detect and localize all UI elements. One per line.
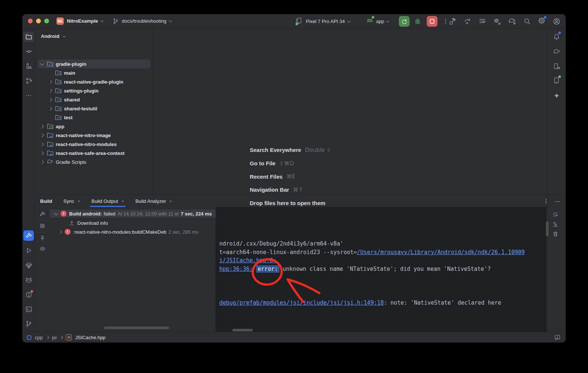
tree-item-app[interactable]: app — [35, 122, 153, 131]
version-control-tool-button[interactable] — [23, 318, 34, 329]
console-file-link[interactable]: i/JSICache.hpp:8: — [219, 257, 277, 264]
app-quality-insights-button[interactable] — [23, 260, 34, 270]
tree-item-shared[interactable]: shared — [35, 95, 153, 104]
build-root-row[interactable]: ! Build android: failed At 14.10.24, 12:… — [49, 210, 216, 218]
restart-build-button[interactable] — [38, 209, 47, 219]
chevron-down-icon[interactable] — [168, 19, 172, 22]
failed-task-row[interactable]: ! :react-native-nitro-modules:buildCMake… — [49, 228, 216, 236]
tab-sync[interactable]: Sync × — [64, 195, 81, 207]
running-devices-button[interactable] — [552, 75, 562, 85]
module-folder-icon — [55, 105, 62, 112]
project-panel: Android gradle-plugin main react-native-… — [35, 28, 153, 195]
stop-build-button[interactable] — [38, 221, 47, 231]
device-manager-button[interactable] — [552, 61, 562, 71]
structure-tool-button[interactable] — [23, 61, 34, 71]
problems-badge-dot — [30, 290, 33, 293]
device-selector[interactable]: Pixel 7 Pro API 34 — [306, 19, 345, 24]
clear-all-button[interactable] — [550, 229, 560, 239]
chevron-down-icon[interactable] — [347, 19, 350, 23]
console-file-link[interactable]: hpp:36:36: — [219, 266, 253, 272]
build-project-icon[interactable] — [449, 17, 456, 25]
chevron-down-icon[interactable] — [100, 19, 104, 22]
tree-item-react-native-gradle-plugin[interactable]: react-native-gradle-plugin — [35, 77, 153, 86]
event-log-icon — [554, 334, 560, 341]
event-log-button[interactable] — [554, 334, 560, 341]
project-tool-button[interactable] — [23, 32, 34, 42]
tree-item-gradle-scripts[interactable]: Gradle Scripts — [35, 158, 153, 166]
build-output-tree: ! Build android: failed At 14.10.24, 12:… — [49, 207, 216, 332]
notifications-button[interactable] — [552, 31, 562, 42]
pull-requests-tool-button[interactable] — [23, 75, 34, 86]
gemini-button[interactable] — [552, 90, 562, 101]
close-icon[interactable]: × — [77, 198, 80, 204]
minimize-window-button[interactable] — [36, 19, 41, 23]
tab-build-analyzer[interactable]: Build Analyzer × — [135, 195, 172, 207]
tree-item-shared-testutil[interactable]: shared-testutil — [35, 104, 153, 113]
tree-item-label: shared-testutil — [64, 106, 97, 111]
problems-tool-button[interactable] — [23, 289, 34, 300]
branch-name[interactable]: docs/troubleshooting — [122, 18, 167, 24]
shortcut-label: Recent Files — [250, 173, 282, 180]
hide-panel-icon[interactable]: — — [555, 198, 560, 204]
panel-options-icon[interactable]: ⋮ — [543, 198, 549, 204]
gradle-tool-button[interactable] — [552, 46, 562, 57]
apply-changes-icon[interactable]: A — [463, 17, 471, 25]
breadcrumb: cpp jsi H JSICache.hpp — [27, 334, 106, 340]
close-icon[interactable]: × — [169, 198, 172, 204]
soft-wrap-icon — [552, 211, 559, 218]
ellipsis-icon — [25, 92, 32, 99]
run-configuration[interactable]: app — [376, 19, 384, 24]
tree-item-gradle-plugin[interactable]: gradle-plugin — [38, 59, 151, 68]
build-tool-button[interactable] — [23, 230, 34, 241]
logcat-tool-button[interactable] — [23, 275, 34, 285]
view-options-button[interactable] — [38, 244, 47, 253]
module-folder-icon — [47, 61, 54, 67]
breadcrumb-item-file[interactable]: JSICache.hpp — [75, 335, 106, 340]
rerun-button[interactable] — [399, 16, 410, 27]
chevron-down-icon[interactable] — [54, 211, 58, 215]
tab-build-output[interactable]: Build Output × — [91, 195, 124, 207]
error-highlight: error: — [256, 265, 279, 273]
gradle-sync-icon[interactable] — [508, 17, 516, 25]
apply-code-changes-icon[interactable] — [478, 17, 486, 25]
tree-item-react-native-nitro-modules[interactable]: react-native-nitro-modules — [35, 140, 153, 149]
breadcrumb-item-cpp[interactable]: cpp — [35, 335, 43, 340]
module-folder-icon — [55, 69, 62, 76]
download-info-row[interactable]: Download info — [49, 219, 216, 227]
stop-button[interactable] — [427, 16, 437, 27]
tree-item-main[interactable]: main — [35, 68, 153, 77]
build-tool-window: Build Sync × Build Output × Build Analyz… — [35, 195, 566, 332]
module-folder-icon — [55, 96, 62, 103]
close-icon[interactable]: × — [122, 198, 125, 204]
tree-item-settings-plugin[interactable]: settings-plugin — [35, 86, 153, 95]
settings-gear-icon[interactable] — [538, 17, 546, 26]
console-horizontal-scrollbar[interactable] — [232, 329, 253, 331]
account-icon[interactable] — [553, 17, 560, 25]
attach-debugger-icon[interactable] — [493, 17, 501, 25]
scroll-to-end-button[interactable] — [550, 219, 560, 229]
console-file-link[interactable]: /Users/mrousavy/Library/Android/sdk/ndk/… — [357, 249, 525, 256]
project-name[interactable]: NitroExample — [67, 18, 98, 24]
tree-item-test[interactable]: test — [35, 113, 153, 122]
error-icon: ! — [61, 211, 67, 217]
chevron-down-icon[interactable] — [40, 61, 44, 65]
breadcrumb-item-jsi[interactable]: jsi — [52, 335, 56, 340]
run-tool-button[interactable] — [23, 245, 34, 256]
pin-tab-button[interactable] — [38, 233, 47, 243]
commit-tool-button[interactable] — [23, 46, 34, 56]
debug-button[interactable] — [412, 16, 423, 27]
more-run-options-icon[interactable]: ⋮ — [443, 18, 448, 25]
more-tools-button[interactable] — [23, 90, 34, 101]
left-tool-strip — [22, 28, 35, 332]
search-icon[interactable] — [523, 17, 531, 25]
tree-item-react-native-safe-area-context[interactable]: react-native-safe-area-context — [35, 149, 153, 158]
terminal-tool-button[interactable] — [23, 304, 34, 314]
chevron-down-icon[interactable] — [386, 19, 390, 23]
console-file-link[interactable]: debug/prefab/modules/jsi/include/jsi/jsi… — [219, 299, 384, 306]
project-view-selector[interactable]: Android — [35, 28, 153, 39]
close-window-button[interactable] — [28, 19, 33, 23]
tree-item-react-native-nitro-image[interactable]: react-native-nitro-image — [35, 131, 153, 140]
zoom-window-button[interactable] — [44, 19, 49, 23]
tree-horizontal-scrollbar[interactable] — [104, 327, 169, 329]
soft-wrap-button[interactable] — [550, 210, 560, 219]
